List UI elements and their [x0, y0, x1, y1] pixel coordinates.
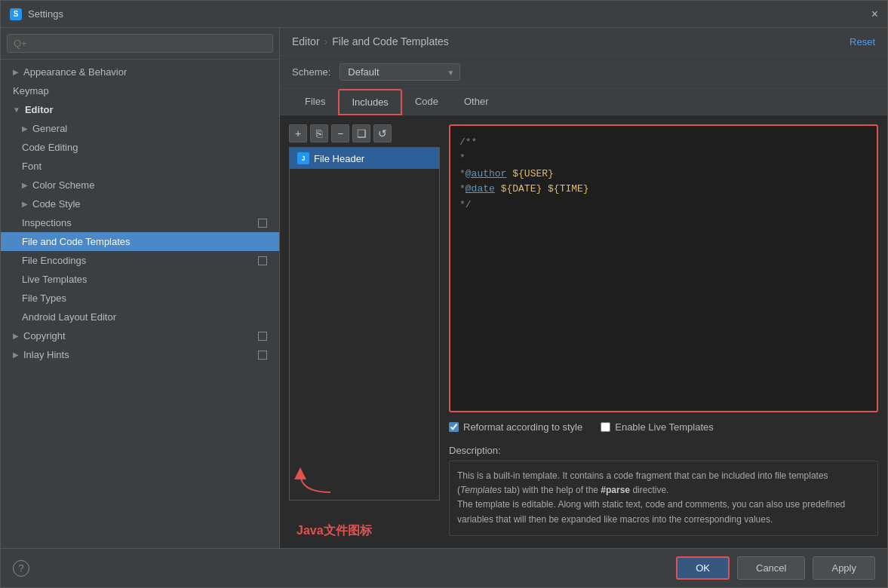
editor-split: + ⎘ − ❑ ↺ J File Header	[280, 115, 887, 548]
sidebar-item-label: Live Templates	[22, 274, 87, 285]
description-label: Description:	[449, 445, 878, 456]
template-toolbar: + ⎘ − ❑ ↺	[289, 124, 440, 142]
content-area: Editor › File and Code Templates Reset S…	[280, 28, 887, 548]
sidebar-item-label: File and Code Templates	[22, 236, 131, 247]
code-comment: */	[459, 198, 472, 213]
settings-icon	[258, 256, 267, 265]
scheme-label: Scheme:	[292, 66, 330, 78]
checkboxes-row: Reformat according to style Enable Live …	[449, 418, 878, 436]
sidebar: ▶ Appearance & Behavior Keymap ▼ Editor …	[1, 28, 280, 548]
code-comment: *	[459, 167, 466, 182]
sidebar-item-label: Appearance & Behavior	[23, 66, 127, 78]
code-annotation: @author	[466, 167, 507, 182]
reformat-label: Reformat according to style	[463, 421, 582, 433]
sidebar-item-label: Editor	[25, 104, 54, 115]
add-template-button[interactable]: +	[289, 124, 307, 142]
code-line: * @date ${DATE} ${TIME}	[459, 182, 868, 198]
tab-includes[interactable]: Includes	[338, 89, 401, 115]
code-line: /**	[459, 135, 868, 151]
file-header-icon: J	[297, 152, 309, 164]
live-templates-checkbox-label[interactable]: Enable Live Templates	[601, 421, 714, 433]
duplicate-template-button[interactable]: ❑	[352, 124, 370, 142]
sidebar-item-file-and-code-templates[interactable]: File and Code Templates	[1, 232, 279, 251]
template-list: J File Header	[289, 147, 440, 501]
sidebar-item-color-scheme[interactable]: ▶ Color Scheme	[1, 176, 279, 194]
title-bar: S Settings ×	[1, 1, 887, 28]
sidebar-item-label: Android Layout Editor	[22, 311, 116, 323]
code-panel: /** * * @author ${USER} * @date	[449, 124, 878, 539]
close-button[interactable]: ×	[871, 8, 878, 20]
sidebar-item-file-encodings[interactable]: File Encodings	[1, 251, 279, 270]
reset-button[interactable]: Reset	[850, 36, 875, 47]
code-line: * @author ${USER}	[459, 167, 868, 182]
description-text: This is a built-in template. It contains…	[449, 461, 878, 536]
arrow-icon: ▼	[13, 106, 20, 114]
breadcrumb-parent: Editor	[292, 35, 320, 47]
sidebar-item-label: Keymap	[13, 85, 49, 96]
tab-other[interactable]: Other	[451, 89, 502, 115]
sidebar-item-label: Inspections	[22, 217, 72, 228]
arrow-icon: ▶	[13, 332, 19, 340]
copy-template-button[interactable]: ⎘	[310, 124, 328, 142]
tab-files[interactable]: Files	[292, 89, 338, 115]
settings-dialog: S Settings × ▶ Appearance & Behavior Key…	[0, 0, 888, 588]
breadcrumb-current: File and Code Templates	[332, 35, 449, 47]
sidebar-item-label: File Encodings	[22, 255, 86, 266]
list-item[interactable]: J File Header	[290, 148, 439, 169]
settings-icon	[258, 351, 267, 360]
cancel-button[interactable]: Cancel	[737, 556, 805, 580]
sidebar-item-label: General	[32, 123, 67, 134]
ok-button[interactable]: OK	[676, 556, 730, 580]
arrow-icon: ▶	[22, 124, 28, 133]
sidebar-item-label: Font	[22, 161, 41, 172]
dialog-title: Settings	[28, 8, 63, 20]
app-icon: S	[10, 8, 22, 20]
sidebar-item-code-editing[interactable]: Code Editing	[1, 138, 279, 157]
sidebar-item-appearance[interactable]: ▶ Appearance & Behavior	[1, 63, 279, 81]
sidebar-item-android-layout-editor[interactable]: Android Layout Editor	[1, 308, 279, 326]
sidebar-item-label: Color Scheme	[32, 179, 94, 191]
search-input[interactable]	[7, 34, 273, 53]
settings-icon	[258, 219, 267, 228]
reformat-checkbox[interactable]	[449, 422, 459, 432]
template-list-panel: + ⎘ − ❑ ↺ J File Header	[289, 124, 440, 539]
reformat-checkbox-label[interactable]: Reformat according to style	[449, 421, 582, 433]
sidebar-item-inlay-hints[interactable]: ▶ Inlay Hints	[1, 345, 279, 364]
breadcrumb-separator: ›	[324, 35, 328, 47]
code-editor[interactable]: /** * * @author ${USER} * @date	[449, 124, 878, 412]
arrow-icon: ▶	[22, 181, 28, 189]
remove-template-button[interactable]: −	[331, 124, 349, 142]
live-templates-label: Enable Live Templates	[615, 421, 714, 433]
description-section: Description: This is a built-in template…	[449, 442, 878, 539]
apply-button[interactable]: Apply	[813, 556, 875, 580]
sidebar-item-font[interactable]: Font	[1, 157, 279, 176]
annotation-arrow-svg	[293, 466, 353, 496]
scheme-select-wrapper: Default	[340, 63, 460, 81]
scheme-row: Scheme: Default	[280, 56, 887, 89]
settings-icon	[258, 332, 267, 341]
sidebar-item-general[interactable]: ▶ General	[1, 119, 279, 138]
bottom-right: OK Cancel Apply	[676, 556, 875, 580]
sidebar-item-file-types[interactable]: File Types	[1, 289, 279, 308]
code-variable: ${USER}	[506, 167, 553, 182]
annotation-text: Java文件图标	[297, 523, 440, 539]
scheme-select[interactable]: Default	[340, 63, 460, 81]
revert-template-button[interactable]: ↺	[373, 124, 392, 142]
arrow-icon: ▶	[22, 200, 28, 208]
sidebar-item-code-style[interactable]: ▶ Code Style	[1, 194, 279, 213]
sidebar-item-copyright[interactable]: ▶ Copyright	[1, 326, 279, 345]
bottom-left: ?	[13, 560, 29, 577]
sidebar-item-live-templates[interactable]: Live Templates	[1, 270, 279, 289]
template-item-label: File Header	[314, 153, 364, 164]
code-comment: *	[459, 151, 466, 167]
sidebar-item-label: Copyright	[23, 330, 66, 341]
sidebar-item-keymap[interactable]: Keymap	[1, 81, 279, 100]
tab-code[interactable]: Code	[402, 89, 451, 115]
sidebar-item-inspections[interactable]: Inspections	[1, 213, 279, 232]
sidebar-item-editor[interactable]: ▼ Editor	[1, 100, 279, 119]
code-comment: /**	[459, 135, 477, 151]
help-button[interactable]: ?	[13, 560, 29, 577]
live-templates-checkbox[interactable]	[601, 422, 610, 432]
arrow-icon: ▶	[13, 351, 19, 359]
title-bar-left: S Settings	[10, 8, 63, 20]
